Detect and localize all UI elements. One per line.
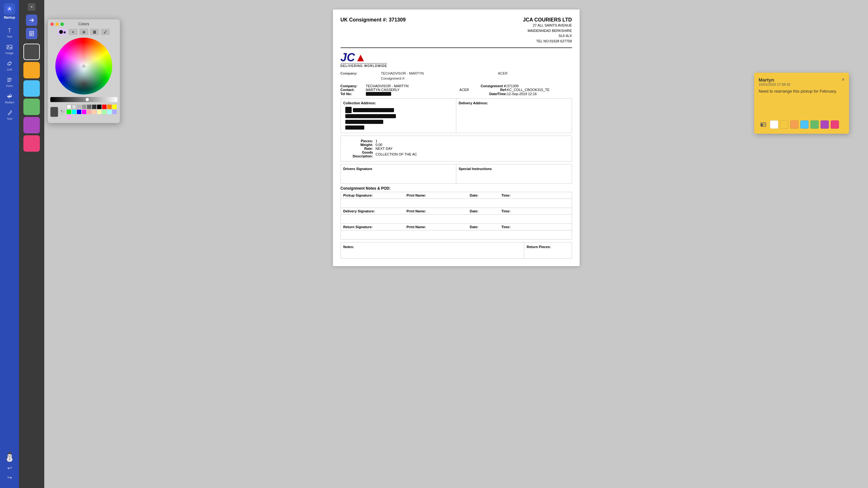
consignment-val [498,76,572,80]
mini-swatch-5[interactable] [92,105,96,109]
eyedropper-button[interactable]: 🔭 [59,108,65,116]
consignment-label [341,76,378,80]
company-name-text: JCA COURIERS LTD [523,17,572,23]
mini-swatch-14[interactable] [87,110,91,114]
document-view-button[interactable] [26,28,37,39]
mini-swatch-15[interactable] [92,110,96,114]
form-label: Form [6,85,13,88]
traffic-light-minimize[interactable] [55,23,59,26]
color-tab-crayons[interactable]: 🖊 [101,29,110,35]
colors-panel-title: Colors [79,22,90,26]
time-label-3: Time: [501,225,533,229]
pickup-sig-header: Pickup Signature: Print Name: Date: Time… [341,192,572,199]
company-address: 27 ALL SAINTS AVENUE MAIDENHEAD BERKSHIR… [523,23,572,44]
tool-redact[interactable]: Redact [0,90,19,106]
color-swatch-orange[interactable] [23,62,40,78]
svg-rect-13 [761,124,763,126]
ref-label: Ref: [469,88,507,92]
mini-swatch-4[interactable] [87,105,91,109]
goods-val: COLLECTION OF THE AC [376,151,568,158]
mini-swatch-0[interactable] [67,105,71,109]
mini-swatch-17[interactable] [102,110,106,114]
date-label-3: Date: [470,225,501,229]
mini-swatch-7[interactable] [102,105,106,109]
mini-swatch-20[interactable] [67,115,71,119]
mini-swatch-1[interactable] [72,105,76,109]
sticky-color-orange[interactable] [790,121,799,129]
traffic-lights [50,23,64,26]
redo-button[interactable]: ↪ [7,474,12,481]
color-tab-wheel[interactable]: ◉ [58,29,67,35]
tel-label: Tel No: [341,92,366,96]
redact-icon [6,93,13,100]
sticky-body: Need to rearrange this pickup for Februa… [758,88,845,95]
color-swatch-purple[interactable] [23,117,40,133]
consignment-number: UK Consignment #: 371309 [341,17,406,23]
navigate-out-button[interactable] [26,14,37,26]
mini-swatch-11[interactable] [72,110,76,114]
notes-cell: Notes: [341,242,524,258]
mini-swatch-8[interactable] [107,105,112,109]
traffic-light-close[interactable] [50,23,54,26]
undo-button[interactable]: ↩ [7,465,12,471]
weight-val: 0.00 [376,143,568,147]
tool-icon [6,109,13,117]
brightness-slider[interactable] [50,97,117,102]
close-sidebar-button[interactable]: × [28,3,35,11]
info-grid: Company: TECHADVISOR - MARTYN ACER Consi… [341,71,572,80]
delivery-sig-row: Delivery Signature: Print Name: Date: Ti… [341,208,572,224]
mini-swatch-2[interactable] [77,105,81,109]
color-tab-palette[interactable]: ⊞ [80,29,88,35]
mini-swatch-9[interactable] [112,105,117,109]
goods-label: Goods Description: [344,151,376,158]
color-swatch-dark[interactable] [23,44,40,60]
mini-swatch-3[interactable] [82,105,86,109]
company-value: TECHADVISOR - MARTYN [381,71,455,75]
traffic-light-maximize[interactable] [60,23,64,26]
mini-swatch-12[interactable] [77,110,81,114]
consignment-val2: 371309 [507,84,572,88]
markup-sidebar: Markup T Text Image Link [0,0,19,488]
mini-swatch-16[interactable] [97,110,101,114]
consignment-notes-label: Consignment Notes & POD: [341,186,572,191]
colors-panel-header: Colors [50,22,117,26]
sticky-color-yellow[interactable] [780,121,788,129]
mini-swatch-13[interactable] [82,110,86,114]
color-wheel[interactable]: ⊕ [55,38,112,95]
sticky-color-white[interactable] [770,121,778,129]
company2-value: ACER [498,71,572,75]
time-label-2: Time: [501,209,533,213]
color-swatch-pink[interactable] [23,135,40,152]
redact-label: Redact [5,101,14,104]
mini-swatch-19[interactable] [112,110,117,114]
color-wheel-container[interactable]: ⊕ [50,38,117,95]
mini-swatch-18[interactable] [107,110,112,114]
consignment-num-text: UK Consignment #: 371309 [341,17,406,23]
consignment-label2: Consignment #: [469,84,507,88]
tool-form[interactable]: Form [0,74,19,90]
svg-rect-10 [30,34,32,35]
markup-logo [4,3,15,14]
notes-label: Notes: [343,245,354,249]
color-swatch-green[interactable] [23,99,40,115]
return-pieces-label: Return Pieces: [527,245,551,249]
brightness-handle[interactable] [85,98,89,101]
color-swatch-blue[interactable] [23,80,40,97]
sticky-color-blue[interactable] [800,121,809,129]
colors-panel: Colors ◉ ≡ ⊞ 🖼 🖊 ⊕ 🔭 [48,19,120,123]
sticky-color-purple[interactable] [820,121,829,129]
color-tab-image[interactable]: 🖼 [90,29,99,35]
sticky-label-button[interactable] [758,120,768,129]
mini-swatch-6[interactable] [97,105,101,109]
tool-image[interactable]: Image [0,41,19,57]
pieces-val: 1 [376,139,568,143]
sticky-close-button[interactable]: × [842,77,845,82]
mini-swatch-10[interactable] [67,110,71,114]
tool-text[interactable]: T Text [0,24,19,41]
tool-link[interactable]: Link [0,57,19,74]
sticky-color-pink[interactable] [831,121,839,129]
sticky-color-green[interactable] [810,121,819,129]
tool-tool[interactable]: Tool [0,106,19,123]
main-content: UK Consignment #: 371309 JCA COURIERS LT… [44,0,868,488]
color-tab-sliders[interactable]: ≡ [69,29,78,35]
